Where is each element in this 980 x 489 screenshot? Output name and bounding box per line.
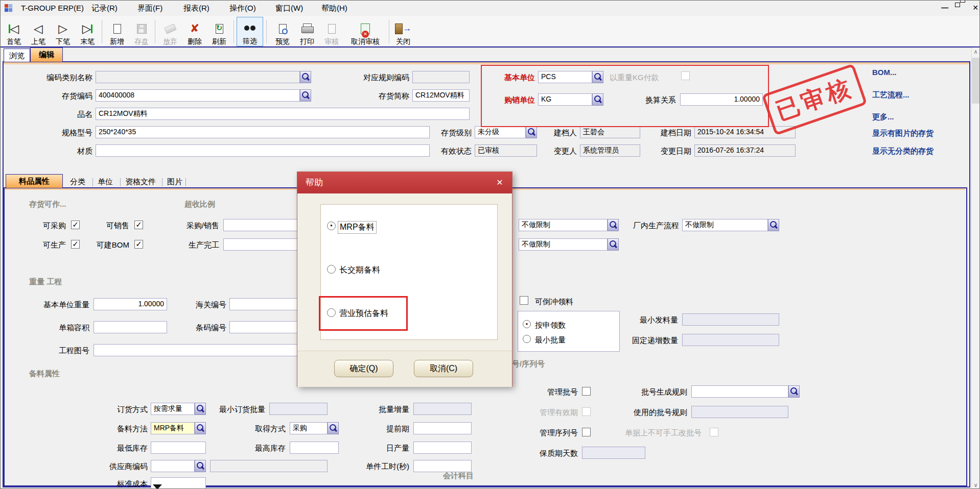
limit-field-1[interactable]: 不做限制: [519, 219, 608, 231]
scroll-down-icon[interactable]: ∨: [971, 481, 980, 489]
item-code-field[interactable]: 400400008: [96, 89, 300, 102]
toolbar-cancel-audit[interactable]: ✕ 取消审核: [344, 17, 387, 46]
production-finish-field[interactable]: [223, 238, 302, 251]
acquire-method-lookup-button[interactable]: [328, 422, 339, 434]
item-abbr-field[interactable]: CR12MOV精料: [412, 89, 470, 102]
menu-operation[interactable]: 操作(O): [229, 4, 256, 13]
issue-min-batch-radio[interactable]: [523, 335, 531, 343]
manage-batch-checkbox[interactable]: [582, 387, 591, 396]
limit-1-lookup-button[interactable]: [608, 219, 619, 231]
subtab-item-attributes[interactable]: 料品属性: [6, 174, 63, 188]
base-unit-lookup-button[interactable]: [592, 71, 603, 83]
spec-field[interactable]: 250*240*35: [96, 126, 430, 138]
rule-code-field: [412, 71, 470, 83]
toolbar-print[interactable]: 打印: [295, 17, 319, 46]
factory-flow-lookup-button[interactable]: [768, 219, 779, 231]
scrollbar-thumb[interactable]: [972, 58, 979, 104]
code-category-lookup-button[interactable]: [300, 71, 311, 83]
toolbar-first-record[interactable]: ◁ 首笔: [2, 17, 26, 46]
manage-serial-checkbox[interactable]: [582, 428, 591, 436]
option-long-leadtime-label[interactable]: 长交期备料: [339, 265, 380, 276]
fixed-increment-field: [682, 334, 779, 346]
subtab-image[interactable]: 图片: [167, 177, 182, 187]
unit-weight-field[interactable]: 1.00000: [94, 298, 167, 310]
scroll-up-icon[interactable]: ∧: [971, 47, 980, 56]
dialog-close-icon[interactable]: ✕: [494, 177, 506, 189]
toolbar-last-record[interactable]: ▷ 末笔: [75, 17, 100, 46]
conversion-field[interactable]: 1.00000: [680, 93, 763, 106]
limit-2-lookup-button[interactable]: [608, 238, 619, 251]
toolbar-delete[interactable]: ✘ 删除: [182, 17, 207, 46]
menu-interface[interactable]: 界面(F): [137, 4, 162, 13]
minimize-button[interactable]: —: [939, 3, 951, 13]
toolbar-filter[interactable]: 筛选: [237, 17, 263, 46]
subtab-unit[interactable]: 单位: [98, 177, 113, 187]
tab-browse[interactable]: 浏览: [4, 48, 30, 62]
acquire-method-field[interactable]: 采购: [290, 422, 328, 434]
option-long-leadtime-radio[interactable]: [327, 265, 336, 274]
supplier-code-field[interactable]: [151, 460, 195, 472]
link-process-flow[interactable]: 工艺流程...: [872, 90, 909, 100]
subtab-category[interactable]: 分类: [70, 177, 85, 187]
link-bom[interactable]: BOM...: [872, 68, 897, 77]
menu-record[interactable]: 记录(R): [91, 4, 118, 13]
unit-time-field[interactable]: [413, 460, 472, 472]
issue-by-request-radio[interactable]: ●: [523, 320, 531, 328]
toolbar-refresh[interactable]: ↻ 刷新: [207, 17, 231, 46]
dialog-cancel-button[interactable]: 取消(C): [414, 360, 473, 377]
order-method-field[interactable]: 按需求量: [151, 403, 195, 415]
toolbar-new[interactable]: 新增: [105, 17, 129, 46]
backflush-checkbox[interactable]: [520, 296, 528, 305]
menu-report[interactable]: 报表(R): [183, 4, 209, 13]
supplier-lookup-button[interactable]: [195, 460, 206, 472]
material-field[interactable]: [96, 144, 430, 157]
can-produce-checkbox[interactable]: ✓: [71, 240, 80, 249]
box-volume-field[interactable]: [94, 321, 167, 333]
item-code-lookup-button[interactable]: [300, 89, 311, 102]
customs-code-field[interactable]: [229, 298, 302, 310]
prep-method-field[interactable]: MRP备料: [151, 422, 195, 434]
vertical-scrollbar[interactable]: [971, 47, 980, 489]
trade-unit-lookup-button[interactable]: [592, 93, 603, 106]
batch-rule-lookup-button[interactable]: [788, 385, 800, 398]
can-sell-checkbox[interactable]: ✓: [134, 221, 143, 229]
lead-time-field[interactable]: [413, 422, 472, 434]
last-record-icon: ▷: [82, 20, 93, 37]
link-show-with-images[interactable]: 显示有图片的存货: [872, 129, 934, 138]
stock-level-lookup-button[interactable]: [526, 126, 537, 138]
stock-level-field[interactable]: 未分级: [475, 126, 526, 138]
toolbar-close[interactable]: → 关闭: [391, 17, 415, 46]
link-more[interactable]: 更多...: [872, 112, 894, 122]
purchase-sale-ratio-field[interactable]: [223, 219, 302, 231]
menu-tgroup-erp[interactable]: T-GROUP ERP(E): [21, 4, 84, 12]
close-button[interactable]: ✕: [969, 3, 980, 13]
barcode-field[interactable]: [229, 321, 302, 333]
max-stock-field[interactable]: [290, 442, 339, 454]
option-mrp-radio[interactable]: ●: [327, 222, 336, 230]
trade-unit-field[interactable]: KG: [538, 93, 592, 106]
link-show-unclassified[interactable]: 显示无分类的存货: [872, 146, 934, 156]
can-bom-checkbox[interactable]: ✓: [134, 240, 143, 249]
toolbar-next-record[interactable]: ▷ 下笔: [51, 17, 75, 46]
menu-help[interactable]: 帮助(H): [321, 4, 347, 13]
preview-icon: [279, 20, 287, 37]
can-purchase-checkbox[interactable]: ✓: [71, 221, 80, 229]
base-unit-field[interactable]: PCS: [538, 71, 592, 83]
tab-edit[interactable]: 编辑: [30, 47, 63, 62]
toolbar-preview[interactable]: 预览: [270, 17, 295, 46]
subtab-qualification[interactable]: 资格文件: [125, 177, 156, 187]
batch-rule-field[interactable]: [691, 385, 788, 398]
item-name-field[interactable]: CR12MOV精料: [96, 108, 470, 120]
menu-window[interactable]: 窗口(W): [275, 4, 303, 13]
min-stock-field[interactable]: [151, 442, 206, 454]
drawing-no-field[interactable]: [94, 344, 302, 356]
dialog-ok-button[interactable]: 确定(Q): [334, 360, 393, 377]
limit-field-2[interactable]: 不做限制: [519, 238, 608, 251]
toolbar-prev-record[interactable]: ◁ 上笔: [26, 17, 51, 46]
daily-output-field[interactable]: [413, 442, 472, 454]
restore-button[interactable]: [954, 3, 966, 13]
prep-method-lookup-button[interactable]: [195, 422, 206, 434]
order-method-lookup-button[interactable]: [195, 403, 206, 415]
option-mrp-label[interactable]: MRP备料: [338, 222, 376, 233]
factory-flow-field[interactable]: 不做限制: [682, 219, 768, 231]
